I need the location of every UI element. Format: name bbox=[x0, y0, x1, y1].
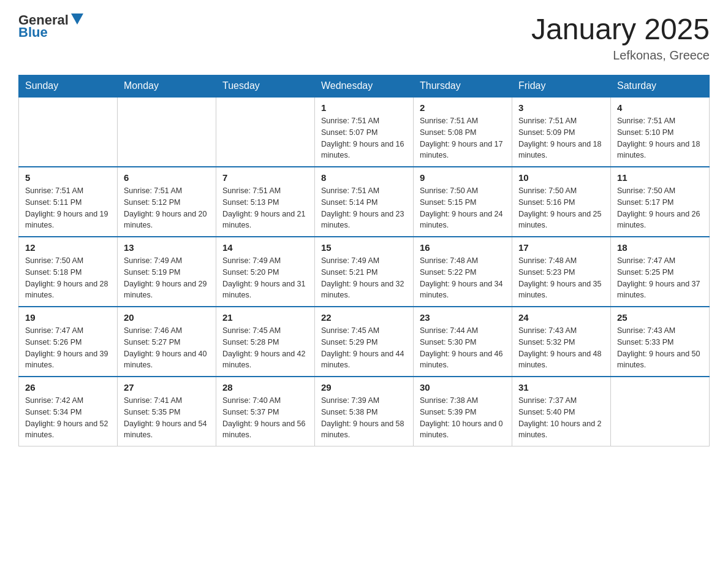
day-number: 21 bbox=[222, 312, 308, 323]
table-row: 5Sunrise: 7:51 AMSunset: 5:11 PMDaylight… bbox=[19, 167, 118, 237]
table-row: 30Sunrise: 7:38 AMSunset: 5:39 PMDayligh… bbox=[414, 377, 512, 446]
day-info: Sunrise: 7:49 AMSunset: 5:21 PMDaylight:… bbox=[321, 255, 407, 301]
day-number: 14 bbox=[222, 242, 308, 253]
table-row: 9Sunrise: 7:50 AMSunset: 5:15 PMDaylight… bbox=[414, 167, 512, 237]
day-info: Sunrise: 7:50 AMSunset: 5:17 PMDaylight:… bbox=[617, 185, 703, 231]
table-row: 20Sunrise: 7:46 AMSunset: 5:27 PMDayligh… bbox=[118, 307, 216, 377]
day-number: 4 bbox=[617, 102, 703, 113]
table-row: 8Sunrise: 7:51 AMSunset: 5:14 PMDaylight… bbox=[315, 167, 414, 237]
week-row: 1Sunrise: 7:51 AMSunset: 5:07 PMDaylight… bbox=[19, 97, 710, 167]
header-tuesday: Tuesday bbox=[216, 75, 315, 98]
table-row: 10Sunrise: 7:50 AMSunset: 5:16 PMDayligh… bbox=[512, 167, 611, 237]
table-row: 23Sunrise: 7:44 AMSunset: 5:30 PMDayligh… bbox=[414, 307, 512, 377]
calendar-title: January 2025 bbox=[531, 12, 710, 46]
day-info: Sunrise: 7:38 AMSunset: 5:39 PMDaylight:… bbox=[420, 395, 506, 441]
table-row: 7Sunrise: 7:51 AMSunset: 5:13 PMDaylight… bbox=[216, 167, 315, 237]
day-number: 29 bbox=[321, 382, 407, 393]
day-info: Sunrise: 7:51 AMSunset: 5:08 PMDaylight:… bbox=[420, 115, 506, 161]
week-row: 26Sunrise: 7:42 AMSunset: 5:34 PMDayligh… bbox=[19, 377, 710, 446]
table-row: 13Sunrise: 7:49 AMSunset: 5:19 PMDayligh… bbox=[118, 237, 216, 307]
table-row: 11Sunrise: 7:50 AMSunset: 5:17 PMDayligh… bbox=[611, 167, 710, 237]
day-info: Sunrise: 7:51 AMSunset: 5:10 PMDaylight:… bbox=[617, 115, 703, 161]
calendar-subtitle: Lefkonas, Greece bbox=[531, 48, 710, 63]
day-number: 28 bbox=[222, 382, 308, 393]
day-number: 26 bbox=[25, 382, 111, 393]
day-number: 13 bbox=[124, 242, 210, 253]
day-number: 27 bbox=[124, 382, 210, 393]
day-info: Sunrise: 7:50 AMSunset: 5:15 PMDaylight:… bbox=[420, 185, 506, 231]
header-sunday: Sunday bbox=[19, 75, 118, 98]
day-info: Sunrise: 7:46 AMSunset: 5:27 PMDaylight:… bbox=[124, 325, 210, 371]
day-info: Sunrise: 7:49 AMSunset: 5:19 PMDaylight:… bbox=[124, 255, 210, 301]
table-row: 26Sunrise: 7:42 AMSunset: 5:34 PMDayligh… bbox=[19, 377, 118, 446]
logo-blue: Blue bbox=[18, 25, 48, 40]
day-info: Sunrise: 7:48 AMSunset: 5:23 PMDaylight:… bbox=[518, 255, 604, 301]
header-wednesday: Wednesday bbox=[315, 75, 414, 98]
day-info: Sunrise: 7:51 AMSunset: 5:12 PMDaylight:… bbox=[124, 185, 210, 231]
table-row: 22Sunrise: 7:45 AMSunset: 5:29 PMDayligh… bbox=[315, 307, 414, 377]
table-row bbox=[19, 97, 118, 167]
day-number: 5 bbox=[25, 172, 111, 183]
page-header: General Blue January 2025 Lefkonas, Gree… bbox=[18, 12, 710, 63]
day-number: 15 bbox=[321, 242, 407, 253]
table-row: 18Sunrise: 7:47 AMSunset: 5:25 PMDayligh… bbox=[611, 237, 710, 307]
table-row: 24Sunrise: 7:43 AMSunset: 5:32 PMDayligh… bbox=[512, 307, 611, 377]
header-monday: Monday bbox=[118, 75, 216, 98]
day-number: 24 bbox=[518, 312, 604, 323]
table-row: 3Sunrise: 7:51 AMSunset: 5:09 PMDaylight… bbox=[512, 97, 611, 167]
day-number: 25 bbox=[617, 312, 703, 323]
day-number: 30 bbox=[420, 382, 506, 393]
day-number: 16 bbox=[420, 242, 506, 253]
day-info: Sunrise: 7:40 AMSunset: 5:37 PMDaylight:… bbox=[222, 395, 308, 441]
day-info: Sunrise: 7:51 AMSunset: 5:14 PMDaylight:… bbox=[321, 185, 407, 231]
day-info: Sunrise: 7:47 AMSunset: 5:25 PMDaylight:… bbox=[617, 255, 703, 301]
table-row: 2Sunrise: 7:51 AMSunset: 5:08 PMDaylight… bbox=[414, 97, 512, 167]
header-saturday: Saturday bbox=[611, 75, 710, 98]
day-number: 9 bbox=[420, 172, 506, 183]
day-info: Sunrise: 7:37 AMSunset: 5:40 PMDaylight:… bbox=[518, 395, 604, 441]
day-info: Sunrise: 7:42 AMSunset: 5:34 PMDaylight:… bbox=[25, 395, 111, 441]
day-number: 22 bbox=[321, 312, 407, 323]
table-row: 21Sunrise: 7:45 AMSunset: 5:28 PMDayligh… bbox=[216, 307, 315, 377]
day-number: 10 bbox=[518, 172, 604, 183]
day-number: 2 bbox=[420, 102, 506, 113]
header-row: Sunday Monday Tuesday Wednesday Thursday… bbox=[19, 75, 710, 98]
day-number: 1 bbox=[321, 102, 407, 113]
day-info: Sunrise: 7:48 AMSunset: 5:22 PMDaylight:… bbox=[420, 255, 506, 301]
day-info: Sunrise: 7:51 AMSunset: 5:07 PMDaylight:… bbox=[321, 115, 407, 161]
table-row: 12Sunrise: 7:50 AMSunset: 5:18 PMDayligh… bbox=[19, 237, 118, 307]
day-number: 11 bbox=[617, 172, 703, 183]
day-info: Sunrise: 7:51 AMSunset: 5:11 PMDaylight:… bbox=[25, 185, 111, 231]
header-thursday: Thursday bbox=[414, 75, 512, 98]
day-number: 23 bbox=[420, 312, 506, 323]
table-row: 29Sunrise: 7:39 AMSunset: 5:38 PMDayligh… bbox=[315, 377, 414, 446]
table-row bbox=[611, 377, 710, 446]
week-row: 19Sunrise: 7:47 AMSunset: 5:26 PMDayligh… bbox=[19, 307, 710, 377]
table-row: 17Sunrise: 7:48 AMSunset: 5:23 PMDayligh… bbox=[512, 237, 611, 307]
table-row: 1Sunrise: 7:51 AMSunset: 5:07 PMDaylight… bbox=[315, 97, 414, 167]
day-number: 18 bbox=[617, 242, 703, 253]
day-number: 31 bbox=[518, 382, 604, 393]
day-info: Sunrise: 7:50 AMSunset: 5:18 PMDaylight:… bbox=[25, 255, 111, 301]
day-info: Sunrise: 7:49 AMSunset: 5:20 PMDaylight:… bbox=[222, 255, 308, 301]
day-info: Sunrise: 7:39 AMSunset: 5:38 PMDaylight:… bbox=[321, 395, 407, 441]
title-block: January 2025 Lefkonas, Greece bbox=[531, 12, 710, 63]
day-number: 19 bbox=[25, 312, 111, 323]
table-row: 15Sunrise: 7:49 AMSunset: 5:21 PMDayligh… bbox=[315, 237, 414, 307]
table-row: 14Sunrise: 7:49 AMSunset: 5:20 PMDayligh… bbox=[216, 237, 315, 307]
table-row bbox=[118, 97, 216, 167]
day-number: 12 bbox=[25, 242, 111, 253]
day-number: 3 bbox=[518, 102, 604, 113]
day-info: Sunrise: 7:47 AMSunset: 5:26 PMDaylight:… bbox=[25, 325, 111, 371]
week-row: 5Sunrise: 7:51 AMSunset: 5:11 PMDaylight… bbox=[19, 167, 710, 237]
logo: General Blue bbox=[18, 12, 83, 40]
table-row: 25Sunrise: 7:43 AMSunset: 5:33 PMDayligh… bbox=[611, 307, 710, 377]
day-info: Sunrise: 7:43 AMSunset: 5:33 PMDaylight:… bbox=[617, 325, 703, 371]
table-row: 16Sunrise: 7:48 AMSunset: 5:22 PMDayligh… bbox=[414, 237, 512, 307]
week-row: 12Sunrise: 7:50 AMSunset: 5:18 PMDayligh… bbox=[19, 237, 710, 307]
day-number: 20 bbox=[124, 312, 210, 323]
day-number: 6 bbox=[124, 172, 210, 183]
header-friday: Friday bbox=[512, 75, 611, 98]
day-info: Sunrise: 7:45 AMSunset: 5:28 PMDaylight:… bbox=[222, 325, 308, 371]
table-row: 4Sunrise: 7:51 AMSunset: 5:10 PMDaylight… bbox=[611, 97, 710, 167]
